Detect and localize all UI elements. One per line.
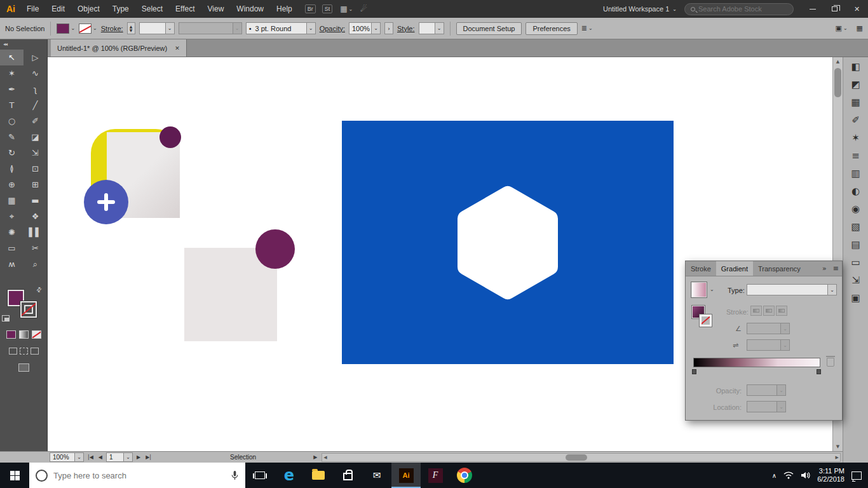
- task-view-button[interactable]: [245, 463, 275, 488]
- stroke-across-button[interactable]: [776, 306, 787, 316]
- tool-perspective-grid[interactable]: ⊞: [24, 177, 47, 193]
- menu-help[interactable]: Help: [270, 0, 299, 18]
- start-button[interactable]: [0, 463, 29, 488]
- tool-artboard[interactable]: ▭: [0, 240, 24, 256]
- zoom-combo[interactable]: 100%⌄: [50, 452, 84, 462]
- taskbar-store[interactable]: [333, 463, 362, 488]
- menu-type[interactable]: Type: [106, 0, 135, 18]
- reverse-gradient-icon[interactable]: ⇌: [733, 341, 738, 349]
- taskbar-fuse[interactable]: F: [421, 463, 450, 488]
- tool-hand[interactable]: ʍ: [0, 256, 24, 272]
- tool-column-graph[interactable]: ▌▌: [24, 224, 47, 240]
- tool-blend[interactable]: ❖: [24, 208, 47, 224]
- taskbar-edge[interactable]: e: [275, 463, 304, 488]
- tool-selection[interactable]: ↖: [0, 50, 24, 65]
- menu-view[interactable]: View: [201, 0, 231, 18]
- gradient-angle-combo[interactable]: ⌄: [747, 323, 790, 334]
- stroke-within-button[interactable]: [750, 306, 762, 316]
- taskbar-illustrator[interactable]: Ai: [391, 463, 421, 488]
- tool-symbol-sprayer[interactable]: ✺: [0, 224, 24, 240]
- delete-stop-icon[interactable]: [827, 358, 834, 367]
- tool-paintbrush[interactable]: ✐: [24, 113, 47, 129]
- stroke-weight-stepper[interactable]: ▲▼: [127, 22, 135, 34]
- tool-width[interactable]: ≬: [0, 161, 24, 177]
- dock-artboards-icon[interactable]: ▭: [851, 258, 860, 268]
- gradient-type-combo[interactable]: ⌄: [747, 284, 837, 295]
- menu-effect[interactable]: Effect: [169, 0, 201, 18]
- dock-transparency-icon[interactable]: ◐: [851, 187, 860, 196]
- artwork-logo-group[interactable]: [84, 125, 180, 224]
- workspace-grid-icon[interactable]: ▦: [857, 24, 863, 32]
- dock-appearance-icon[interactable]: ◉: [851, 205, 860, 214]
- stroke-weight-combo[interactable]: ⌄: [139, 22, 175, 34]
- stroke-swatch[interactable]: [79, 24, 92, 34]
- panel-overflow-icon[interactable]: »: [819, 261, 830, 276]
- gradient-stop-left[interactable]: [692, 369, 696, 374]
- microphone-icon[interactable]: [231, 470, 239, 481]
- color-mode-button[interactable]: [6, 330, 16, 339]
- toolbar-collapse-icon[interactable]: ◂◂: [0, 39, 47, 50]
- panel-dock-icon[interactable]: ▣⌄: [835, 24, 847, 32]
- arrange-documents-icon[interactable]: ▦⌄: [340, 4, 353, 13]
- stroke-panel-link[interactable]: Stroke:: [101, 25, 123, 32]
- opacity-panel-link[interactable]: Opacity:: [320, 25, 345, 32]
- action-center-icon[interactable]: [851, 471, 862, 480]
- gradient-stroke-proxy[interactable]: [700, 315, 712, 327]
- artwork-logo-purple-circle[interactable]: [159, 126, 181, 148]
- width-profile-combo[interactable]: ⌄: [179, 22, 242, 34]
- tool-eraser[interactable]: ◪: [24, 129, 47, 145]
- tool-zoom[interactable]: ⌕: [24, 256, 47, 272]
- vertical-scroll-thumb[interactable]: [834, 68, 841, 97]
- dock-graphic-styles-icon[interactable]: ▧: [851, 222, 860, 232]
- close-button[interactable]: ✕: [846, 0, 868, 18]
- menu-window[interactable]: Window: [230, 0, 270, 18]
- horizontal-scrollbar[interactable]: ◀ ▶: [322, 453, 841, 462]
- tab-transparency[interactable]: Transparency: [753, 261, 806, 276]
- tool-eyedropper[interactable]: ⌖: [0, 208, 24, 224]
- panel-menu-icon[interactable]: ≡: [830, 261, 842, 276]
- document-tab[interactable]: Untitled-1* @ 100% (RGB/Preview) ✕: [51, 39, 187, 57]
- draw-normal-button[interactable]: [9, 348, 17, 355]
- dock-brushes-icon[interactable]: ✐: [851, 116, 860, 125]
- tool-magic-wand[interactable]: ✶: [0, 65, 24, 81]
- draw-inside-button[interactable]: [31, 348, 39, 355]
- dock-libraries-icon[interactable]: ▣: [851, 294, 860, 303]
- chevron-down-icon[interactable]: ⌄: [710, 287, 714, 292]
- tool-pen[interactable]: ✒: [0, 81, 24, 97]
- tool-lasso[interactable]: ∿: [24, 65, 47, 81]
- tool-shape-builder[interactable]: ⊕: [0, 177, 24, 193]
- dock-color-guide-icon[interactable]: ◩: [851, 80, 860, 90]
- stroke-along-button[interactable]: [763, 306, 775, 316]
- menu-file[interactable]: File: [20, 0, 45, 18]
- fill-color-control[interactable]: ⌄: [57, 24, 75, 34]
- tool-ellipse[interactable]: ○: [0, 113, 24, 129]
- tray-expand-icon[interactable]: ∧: [772, 472, 776, 479]
- taskbar-mail[interactable]: ✉: [362, 463, 391, 488]
- menu-object[interactable]: Object: [71, 0, 106, 18]
- gradient-aspect-combo[interactable]: ⌄: [747, 339, 790, 351]
- tool-curvature[interactable]: ʅ: [24, 81, 47, 97]
- speaker-icon[interactable]: [801, 471, 810, 479]
- brush-definition-combo[interactable]: • 3 pt. Round ⌄: [246, 22, 316, 34]
- taskbar-search-input[interactable]: [53, 471, 225, 480]
- taskbar-chrome[interactable]: [450, 463, 479, 488]
- prev-artboard-icon[interactable]: ◀: [97, 454, 104, 460]
- gradient-swatch[interactable]: [691, 281, 707, 298]
- horizontal-scroll-thumb[interactable]: [566, 454, 587, 461]
- tab-close-icon[interactable]: ✕: [175, 45, 180, 51]
- taskbar-search[interactable]: [29, 463, 245, 488]
- adobe-stock-search[interactable]: [684, 3, 794, 15]
- opacity-more-button[interactable]: ›: [384, 22, 393, 34]
- gradient-location-combo[interactable]: ⌄: [747, 401, 786, 412]
- dock-gradient-icon[interactable]: ▥: [851, 169, 860, 179]
- toolbar-stroke-swatch[interactable]: [20, 301, 37, 318]
- tool-direct-selection[interactable]: ▷: [24, 50, 47, 65]
- scroll-left-icon[interactable]: ◀: [323, 455, 327, 460]
- dock-symbols-icon[interactable]: ✶: [851, 133, 860, 143]
- tool-pencil[interactable]: ✎: [0, 129, 24, 145]
- clock[interactable]: 3:11 PM 6/2/2018: [817, 467, 844, 484]
- scroll-down-icon[interactable]: ▼: [833, 442, 843, 451]
- artboard-combo[interactable]: 1⌄: [106, 452, 133, 462]
- opacity-combo[interactable]: 100%⌄: [349, 22, 381, 34]
- style-panel-link[interactable]: Style:: [397, 25, 415, 32]
